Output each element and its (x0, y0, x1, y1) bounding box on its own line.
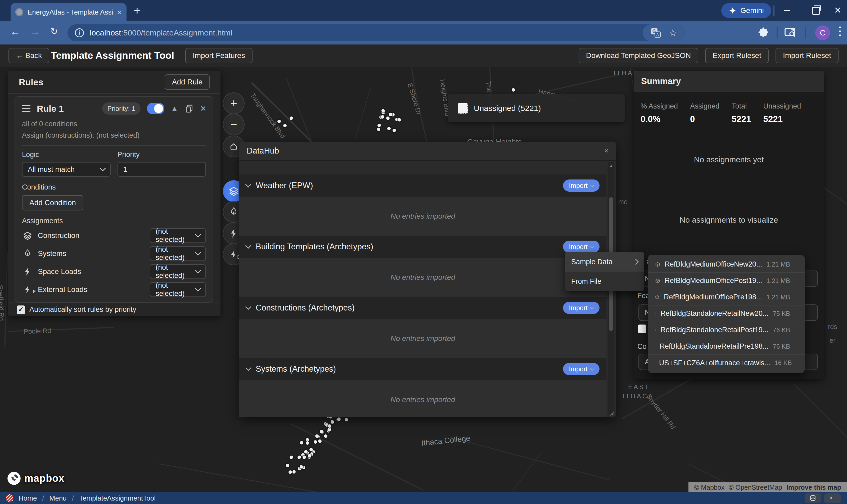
sample-file-item[interactable]: RefBldgStandaloneRetailPre198... 76 KB (648, 338, 805, 355)
site-info-icon[interactable]: i (75, 28, 84, 37)
browser-addressbar: ← → ↻ i localhost:5000/templateAssignmen… (0, 21, 847, 44)
import-features-button[interactable]: Import Features (185, 48, 253, 63)
file-size: 76 KB (773, 343, 790, 350)
import-button[interactable]: Import (563, 363, 599, 375)
attrib-osm[interactable]: © OpenStreetMap (729, 484, 782, 491)
window-minimize-button[interactable]: – (784, 4, 790, 16)
datahub-section-header[interactable]: Building Templates (Archetypes) Import (239, 236, 607, 258)
menu-item-sample-data[interactable]: Sample Data (565, 252, 644, 272)
drag-handle-icon[interactable] (22, 105, 31, 112)
stat-label: Total (732, 102, 751, 110)
sample-file-item[interactable]: RefBldgStandaloneRetailPost19... 76 KB (648, 322, 805, 338)
database-icon (809, 495, 816, 502)
window-close-button[interactable]: × (834, 4, 841, 16)
external-loads-select[interactable]: (not selected) (150, 282, 206, 297)
resize-grip-icon[interactable] (608, 410, 614, 416)
auto-sort-checkbox[interactable]: ✓ (17, 305, 25, 314)
file-name: RefBldgMediumOfficePost19... (665, 276, 762, 285)
browser-tab[interactable]: EnergyAtlas - Template Assig × (11, 3, 127, 21)
sample-file-item[interactable]: RefBldgMediumOfficeNew20... 1.21 MB (648, 256, 805, 273)
space-loads-select[interactable]: (not selected) (150, 264, 206, 279)
mapbox-logo: mapbox (7, 471, 65, 485)
screen: EnergyAtlas - Template Assig × + Gemini … (0, 0, 847, 504)
sample-file-item[interactable]: US+SF+CZ6A+oilfurnace+crawls... 16 KB (648, 355, 805, 371)
breadcrumb-home[interactable]: Home (19, 494, 37, 502)
assignments-label: Assignments (22, 217, 206, 225)
bookmark-star-icon[interactable]: ☆ (669, 27, 677, 38)
stat-value: 5221 (732, 114, 751, 124)
improve-map-link[interactable]: Improve this map (787, 484, 841, 491)
datahub-section-header[interactable]: Weather (EPW) Import (239, 175, 607, 197)
browser-menu-icon[interactable] (839, 26, 841, 36)
chevron-down-icon (590, 305, 594, 309)
menu-item-from-file[interactable]: From File (565, 272, 644, 291)
systems-select[interactable]: (not selected) (150, 246, 206, 261)
priority-input[interactable]: 1 (118, 162, 206, 177)
import-button[interactable]: Import (563, 179, 599, 192)
file-size: 76 KB (773, 326, 790, 334)
window-restore-button[interactable] (812, 7, 820, 15)
url-text: localhost:5000/templateAssignment.html (90, 28, 232, 37)
logic-select[interactable]: All must match (22, 162, 111, 177)
chevron-right-icon (633, 259, 639, 265)
sample-file-item[interactable]: RefBldgMediumOfficePost19... 1.21 MB (648, 273, 805, 289)
extensions-puzzle-icon[interactable] (758, 27, 769, 39)
stat-column: Assigned 0 (690, 102, 719, 124)
zoom-in-button[interactable]: + (223, 92, 245, 114)
layers-icon (229, 186, 239, 196)
page-title: Template Assignment Tool (51, 44, 174, 67)
export-ruleset-button[interactable]: Export Ruleset (705, 48, 769, 63)
duplicate-icon[interactable] (184, 104, 194, 113)
rule-enabled-toggle[interactable] (147, 103, 164, 114)
add-rule-button[interactable]: Add Rule (165, 74, 210, 90)
priority-badge: Priority: 1 (102, 103, 141, 114)
profile-avatar[interactable]: C (815, 25, 830, 40)
building-dot (381, 109, 385, 112)
file-size: 75 KB (773, 310, 790, 318)
import-button[interactable]: Import (563, 302, 599, 314)
chevron-down-icon (590, 366, 594, 371)
datahub-section-header[interactable]: Systems (Archetypes) Import (239, 358, 607, 380)
sample-file-item[interactable]: RefBldgMediumOfficePre198... 1.21 MB (648, 289, 805, 305)
new-tab-button[interactable]: + (134, 5, 141, 16)
import-ruleset-button[interactable]: Import Ruleset (776, 48, 839, 63)
delete-rule-icon[interactable]: × (200, 104, 206, 113)
rule-assign-summary: Assign (constructions): (not selected) (22, 131, 206, 140)
rule-conditions-summary: all of 0 conditions (22, 120, 206, 128)
scroll-up-arrow-icon[interactable]: ▲ (608, 163, 614, 168)
reload-icon[interactable]: ↻ (50, 26, 58, 37)
address-input[interactable]: i localhost:5000/templateAssignment.html… (68, 24, 686, 41)
zoom-out-button[interactable]: − (223, 113, 245, 135)
chevron-down-icon (100, 165, 106, 172)
construction-select[interactable]: (not selected) (150, 228, 206, 243)
move-up-icon[interactable]: ▲ (171, 104, 178, 113)
file-name: RefBldgStandaloneRetailPost19... (661, 326, 769, 334)
priority-label: Priority (118, 150, 206, 159)
download-geojson-button[interactable]: Download Templated GeoJSON (579, 48, 698, 63)
breadcrumb-menu[interactable]: Menu (50, 494, 67, 502)
mapbox-wordmark: mapbox (24, 473, 65, 484)
datahub-section-header[interactable]: Constructions (Archetypes) Import (239, 297, 607, 319)
breadcrumb-separator: / (42, 494, 44, 502)
file-name: RefBldgMediumOfficePre198... (664, 293, 762, 301)
translate-icon[interactable]: GA (651, 28, 661, 38)
back-arrow-icon[interactable]: ← (10, 26, 20, 37)
sample-file-item[interactable]: RefBldgStandaloneRetailNew20... 75 KB (648, 305, 805, 322)
attrib-mapbox[interactable]: © Mapbox (694, 484, 724, 491)
back-button[interactable]: ← Back (8, 48, 49, 63)
console-button[interactable]: >_ (824, 493, 841, 503)
gemini-button[interactable]: Gemini (721, 3, 771, 18)
datahub-close-icon[interactable]: × (604, 147, 609, 155)
data-panel-button[interactable] (805, 493, 821, 503)
forward-arrow-icon[interactable]: → (30, 26, 40, 37)
import-button[interactable]: Import (563, 240, 599, 253)
chevron-down-icon (590, 244, 594, 248)
reading-mode-icon[interactable] (784, 28, 796, 38)
tab-close-icon[interactable]: × (117, 8, 122, 16)
home-icon (229, 142, 238, 151)
add-condition-button[interactable]: Add Condition (22, 195, 84, 211)
rule-name: Rule 1 (37, 104, 64, 114)
datahub-header[interactable]: DataHub × (239, 142, 616, 161)
building-dot (377, 124, 381, 127)
summary-checkbox[interactable] (638, 325, 646, 333)
